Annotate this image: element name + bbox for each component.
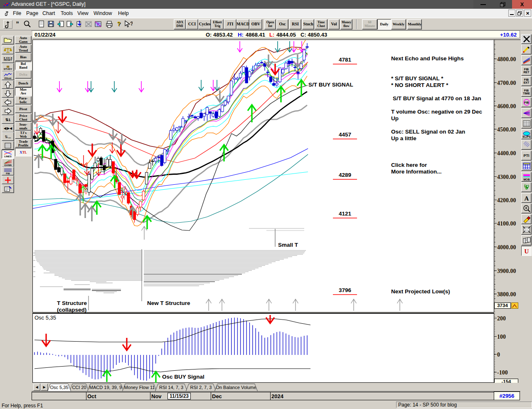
svg-text:Osc BUY Signal: Osc BUY Signal (162, 374, 204, 380)
svg-text:Next Echo and Pulse Highs: Next Echo and Pulse Highs (391, 55, 464, 62)
svg-text:(collapsed): (collapsed) (57, 307, 86, 313)
svg-text:Up: Up (391, 115, 399, 121)
svg-text:FIB: FIB (524, 101, 529, 104)
svg-text:Next Projected Low(s): Next Projected Low(s) (391, 288, 450, 295)
svg-text:4781: 4781 (339, 57, 352, 63)
svg-text:Small T: Small T (278, 242, 298, 248)
svg-text:Up a little: Up a little (391, 135, 416, 141)
svg-text:More Information...: More Information... (391, 169, 442, 175)
svg-text:* S/T BUY SIGNAL *: * S/T BUY SIGNAL * (391, 75, 443, 82)
svg-text:4289: 4289 (339, 172, 351, 178)
svg-text:?: ? (130, 20, 133, 27)
svg-text:Osc 5,35: Osc 5,35 (34, 315, 56, 321)
svg-text:Click here for: Click here for (391, 162, 427, 168)
svg-text:ELiPS: ELiPS (522, 135, 530, 138)
svg-text:S/T BUY SIGNAL: S/T BUY SIGNAL (308, 82, 353, 88)
svg-text:T volume Osc: negative on 29 D: T volume Osc: negative on 29 Dec (391, 109, 483, 115)
svg-text:3796: 3796 (339, 287, 352, 293)
svg-text:T Structure: T Structure (57, 300, 87, 306)
svg-text:New T Structure: New T Structure (147, 300, 190, 306)
svg-text:4121: 4121 (339, 211, 352, 217)
svg-text:A: A (524, 195, 529, 202)
svg-text:4457: 4457 (339, 131, 351, 138)
svg-text:* NO SHORT ALERT *: * NO SHORT ALERT * (391, 82, 448, 88)
svg-text:U: U (524, 248, 529, 255)
svg-text:MOB: MOB (523, 178, 530, 181)
svg-text:Osc: SELL Signal on 02 Jan: Osc: SELL Signal on 02 Jan (391, 129, 465, 135)
svg-text:S/T BUY Signal at 4770 on 18 J: S/T BUY Signal at 4770 on 18 Jan (393, 95, 481, 102)
svg-text:$: $ (525, 184, 528, 191)
